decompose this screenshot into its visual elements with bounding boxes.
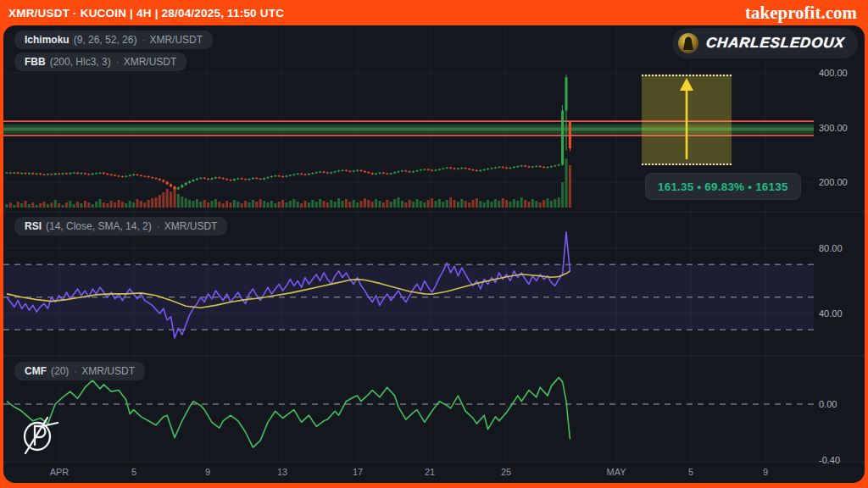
x-axis-label: 9 [205,467,210,477]
y-axis-label: 200.00 [819,177,848,187]
indicator-name: RSI [25,220,42,232]
avatar [677,32,699,54]
y-axis-label: -0.40 [819,455,840,465]
x-axis-label: MAY [606,467,626,477]
x-axis-label: 5 [131,467,136,477]
indicator-pair: XMR/USDT [164,220,218,232]
symbol-timeframe-title: XMR/USDT · KUCOIN | 4H | 28/04/2025, 11:… [8,7,284,19]
y-axis-label: 0.00 [819,399,837,409]
dot-separator: · [74,365,77,377]
indicator-params: (14, Close, SMA, 14, 2) [46,220,152,232]
takeprofit-scribble-logo-icon [17,409,59,460]
indicator-pair: XMR/USDT [149,34,203,46]
indicator-name: Ichimoku [25,34,70,46]
dot-separator: · [157,220,160,232]
measure-arrow-icon [642,76,732,164]
y-axis-label: 400.00 [819,68,848,78]
y-axis-label: 40.00 [819,308,843,319]
x-axis-label: 17 [353,467,363,477]
indicator-params: (20) [51,365,69,377]
x-axis-label: 25 [501,467,511,477]
measure-tooltip: 161.35 • 69.83% • 16135 [645,173,801,200]
indicator-pill-cmf[interactable]: CMF(20)·XMR/USDT [14,362,145,380]
measure-zone-box[interactable] [642,75,732,165]
indicator-name: FBB [25,56,46,68]
y-axis-label: 80.00 [819,243,843,253]
indicator-name: CMF [25,365,47,377]
site-logo-text: takeprofit.com [745,3,857,24]
measure-tooltip-text: 161.35 • 69.83% • 16135 [658,180,788,193]
dot-separator: · [142,34,145,46]
page: XMR/USDT · KUCOIN | 4H | 28/04/2025, 11:… [0,0,868,488]
indicator-params: (200, Hlc3, 3) [50,56,111,68]
user-badge[interactable]: CHARLESLEDOUX [672,28,858,58]
x-axis-label: 5 [688,467,693,477]
chart-canvas[interactable] [3,25,865,483]
indicator-pill-fbb[interactable]: FBB(200, Hlc3, 3)·XMR/USDT [14,53,186,71]
header-bar: XMR/USDT · KUCOIN | 4H | 28/04/2025, 11:… [0,0,868,25]
x-axis-label: APR [50,467,70,477]
indicator-pair: XMR/USDT [81,365,135,377]
y-axis-label: 300.00 [819,123,848,133]
dot-separator: · [116,56,120,68]
x-axis-label: 9 [763,467,768,477]
indicator-pair: XMR/USDT [124,56,177,68]
chart-panel[interactable]: Ichimoku(9, 26, 52, 26)·XMR/USDT FBB(200… [3,25,865,483]
x-axis-label: 13 [277,467,287,477]
indicator-params: (9, 26, 52, 26) [74,34,137,46]
x-axis-label: 21 [425,467,435,477]
username-text: CHARLESLEDOUX [705,35,846,52]
indicator-pill-rsi[interactable]: RSI(14, Close, SMA, 14, 2)·XMR/USDT [14,217,227,236]
indicator-pill-ichimoku[interactable]: Ichimoku(9, 26, 52, 26)·XMR/USDT [14,30,213,49]
